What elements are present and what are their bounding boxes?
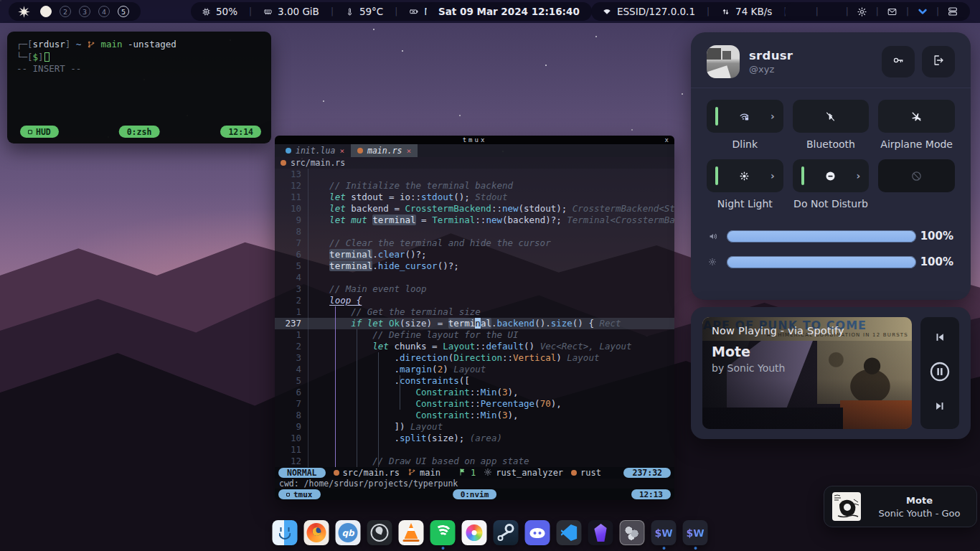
dock-vscode[interactable] xyxy=(557,520,582,550)
workspace-4[interactable]: 4 xyxy=(98,6,110,17)
mail-icon[interactable] xyxy=(885,6,900,17)
toggle-tile-airplane-off[interactable] xyxy=(878,100,955,133)
dock-sw-app-1[interactable]: $W xyxy=(651,520,677,550)
dock-photos[interactable] xyxy=(462,520,487,550)
dock-sw-app-2[interactable]: $W xyxy=(683,520,708,550)
rust-icon xyxy=(334,470,339,476)
no-indicator xyxy=(315,547,318,550)
blocked-icon xyxy=(910,170,923,182)
dock-obsidian[interactable] xyxy=(588,520,613,550)
workspace-3[interactable]: 3 xyxy=(79,6,90,17)
code-text: Constraint::Percentage(70), xyxy=(308,398,562,410)
tab-main.rs[interactable]: main.rs× xyxy=(351,144,418,157)
line-number: 1 xyxy=(275,329,308,341)
mode-indicator: NORMAL xyxy=(278,468,326,478)
tab-init.lua[interactable]: init.lua× xyxy=(279,144,351,157)
code-area[interactable]: 1312 // Initialize the terminal backend1… xyxy=(275,169,674,467)
brightness-slider-row: 100% xyxy=(708,249,953,275)
previous-track-button[interactable] xyxy=(933,331,946,347)
line-number: 11 xyxy=(275,444,308,456)
tmux-session-badge: HUD xyxy=(20,126,59,138)
code-line: 10 let backend = CrosstermBackend::new(s… xyxy=(275,203,674,215)
toggle-airplane-mode: Airplane Mode xyxy=(878,100,955,159)
dock-obs[interactable] xyxy=(367,520,392,550)
toggle-tile-dnd[interactable]: › xyxy=(793,159,870,192)
toggle-tile-blocked[interactable] xyxy=(878,159,955,192)
brightness-slider[interactable] xyxy=(727,256,916,268)
tmux-session-name[interactable]: tmux xyxy=(278,489,321,499)
window-close-button[interactable]: x xyxy=(665,136,669,143)
tmux-clock-badge: 12:14 xyxy=(220,126,261,138)
no-indicator xyxy=(378,547,381,550)
code-line: 12 // Initialize the terminal backend xyxy=(275,180,674,192)
brightness-value: 100% xyxy=(916,255,953,268)
media-notification[interactable]: Mote Sonic Youth - Goo xyxy=(824,486,977,527)
lsp-name: rust_analyzer xyxy=(496,468,563,478)
tab-close-icon[interactable]: × xyxy=(339,146,344,156)
line-number: 12 xyxy=(275,456,308,467)
dock-steam[interactable] xyxy=(494,520,519,550)
dock-spotify[interactable] xyxy=(430,520,456,550)
vi-mode-indicator: -- INSERT -- xyxy=(17,63,262,75)
pause-button[interactable] xyxy=(928,360,951,386)
toggle-tile-sun[interactable]: › xyxy=(707,159,783,192)
window-titlebar[interactable]: tmux x xyxy=(275,136,674,144)
editor-window[interactable]: tmux x init.lua×main.rs× src/main.rs 131… xyxy=(275,136,674,500)
workspace-1[interactable] xyxy=(40,6,52,17)
terminal-window[interactable]: ┌─[srdusr] ~ main -unstaged └─[$] -- INS… xyxy=(7,32,271,143)
dock-vlc[interactable] xyxy=(399,520,424,550)
settings-icon[interactable] xyxy=(855,6,870,17)
clock[interactable]: Sat 09 Mar 2024 12:16:40 xyxy=(426,2,592,21)
dock-files[interactable] xyxy=(273,520,298,550)
notification-title: Mote xyxy=(868,495,971,506)
line-number: 237 xyxy=(275,318,308,329)
active-indicator xyxy=(801,166,804,185)
workspace-2[interactable]: 2 xyxy=(60,6,71,17)
workspace-5[interactable]: 5 xyxy=(118,6,129,17)
tmux-window-name[interactable]: 0:nvim xyxy=(453,489,497,499)
now-playing-header: Now Playing - via Spotify xyxy=(712,325,903,336)
volume-slider-row: 100% xyxy=(708,223,953,249)
chevron-right-icon[interactable]: › xyxy=(771,110,775,122)
toggle-tile-wifi-lock[interactable]: › xyxy=(707,100,783,133)
dock-trash[interactable] xyxy=(620,520,645,550)
password-key-button[interactable] xyxy=(882,46,915,77)
toggle-dlink: ›Dlink xyxy=(707,100,783,159)
chevron-right-icon[interactable]: › xyxy=(771,170,775,182)
cpu-icon xyxy=(202,7,211,17)
code-line: 5 terminal.hide_cursor()?; xyxy=(275,260,674,272)
dock-toggle-icon[interactable] xyxy=(946,6,960,17)
no-indicator xyxy=(631,547,633,550)
line-number: 10 xyxy=(275,433,308,444)
no-indicator xyxy=(536,547,539,550)
code-line: 9 let mut terminal = Terminal::new(backe… xyxy=(275,215,674,226)
dock-qbittorrent[interactable]: qb xyxy=(336,520,361,550)
volume-value: 100% xyxy=(916,230,953,242)
line-number: 1 xyxy=(275,306,308,318)
album-art: SHAPE OF PUNK TO COME A CHIMERICAL BOMBI… xyxy=(702,317,912,429)
next-track-button[interactable] xyxy=(933,400,946,415)
code-text: // Get the terminal size xyxy=(308,306,481,318)
code-text: loop { xyxy=(308,295,362,306)
winbar: src/main.rs xyxy=(275,157,674,169)
code-line: 3 // Main event loop xyxy=(275,283,674,295)
key-icon xyxy=(892,54,905,70)
tab-label: main.rs xyxy=(367,146,402,156)
code-text: .constraints([ xyxy=(308,375,470,387)
line-number: 4 xyxy=(275,364,308,375)
memory-icon xyxy=(263,7,273,17)
chevron-down-icon[interactable] xyxy=(915,6,930,17)
rust-icon xyxy=(357,148,363,154)
launcher-logo-icon[interactable] xyxy=(17,5,31,19)
toggle-tile-bluetooth-off[interactable] xyxy=(793,100,870,133)
dock-discord[interactable] xyxy=(525,520,550,550)
volume-slider[interactable] xyxy=(727,230,916,242)
logout-button[interactable] xyxy=(922,46,955,77)
running-indicator xyxy=(694,547,697,550)
chevron-right-icon[interactable]: › xyxy=(857,170,861,182)
dock-firefox[interactable] xyxy=(304,520,329,550)
tab-close-icon[interactable]: × xyxy=(406,146,411,156)
line-number: 13 xyxy=(275,169,308,180)
code-text: // Main event loop xyxy=(308,283,427,295)
toggle-blocked xyxy=(878,159,955,219)
